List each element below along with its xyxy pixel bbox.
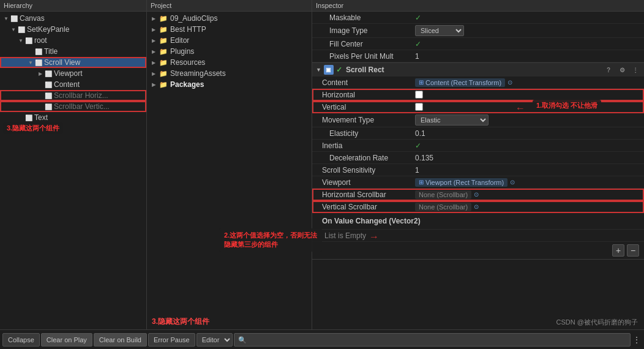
icon-scrollbar-horiz: ⬜ — [44, 91, 53, 100]
folder-plugins[interactable]: ▶ 📁 Plugins — [147, 46, 312, 57]
viewport-row: Viewport ⊞ Viewport (Rect Transform) ⊙ — [312, 176, 644, 189]
label-besthttp: Best HTTP — [170, 25, 206, 34]
image-section: Maskable ✓ Image Type Sliced — [312, 12, 644, 63]
horizontal-value — [415, 91, 639, 99]
tree-item-content[interactable]: ▶ ⬜ Content — [0, 79, 146, 90]
horizontal-checkbox[interactable] — [415, 91, 423, 99]
folder-besthttp[interactable]: ▶ 📁 Best HTTP — [147, 24, 312, 35]
pixels-label: Pixels Per Unit Mult — [317, 52, 415, 61]
list-empty-label: List is Empty — [324, 231, 366, 240]
pixels-value-text: 1 — [415, 52, 419, 61]
vert-scrollbar-end-link[interactable]: ⊙ — [474, 203, 479, 210]
error-pause-button[interactable]: Error Pause — [148, 333, 195, 347]
editor-dropdown[interactable]: Editor — [197, 333, 233, 347]
arrow-plugins: ▶ — [152, 49, 159, 54]
folder-packages[interactable]: ▶ 📁 Packages — [147, 79, 312, 90]
on-value-row: On Value Changed (Vector2) — [312, 213, 644, 230]
project-content: ▶ 📁 09_AudioClips ▶ 📁 Best HTTP ▶ 📁 Edit… — [147, 12, 312, 314]
vert-scrollbar-label: Vertical Scrollbar — [317, 203, 415, 211]
fill-center-label: Fill Center — [317, 40, 415, 48]
viewport-ref[interactable]: ⊞ Viewport (Rect Transform) — [415, 178, 507, 187]
scroll-sens-value: 1 — [415, 166, 639, 174]
label-scrollview: Scroll View — [44, 58, 80, 67]
tree-item-scrollview[interactable]: ▼ ⬜ Scroll View — [0, 57, 146, 68]
console-bar: Collapse Clear on Play Clear on Build Er… — [0, 329, 644, 349]
movement-value[interactable]: Elastic Clamped Unrestricted — [415, 114, 639, 126]
vertical-row: Vertical — [312, 101, 644, 113]
viewport-end-link[interactable]: ⊙ — [510, 179, 515, 186]
add-button[interactable]: + — [612, 244, 624, 257]
pixels-value: 1 — [415, 52, 639, 61]
label-setkeypanle: SetKeyPanle — [27, 25, 69, 34]
scroll-rect-help[interactable]: ? — [604, 65, 613, 75]
movement-dropdown[interactable]: Elastic Clamped Unrestricted — [415, 114, 489, 126]
label-viewport: Viewport — [54, 69, 82, 78]
tree-item-canvas[interactable]: ▼ ⬜ Canvas — [0, 13, 146, 24]
vert-scrollbar-row: Vertical Scrollbar None (Scrollbar) ⊙ — [312, 201, 644, 213]
tree-item-setkeypanle[interactable]: ▼ ⬜ SetKeyPanle — [0, 24, 146, 35]
inertia-label: Inertia — [317, 141, 415, 150]
folder-editor[interactable]: ▶ 📁 Editor — [147, 35, 312, 46]
label-content: Content — [54, 80, 80, 89]
clear-on-build-button[interactable]: Clear on Build — [94, 333, 147, 347]
maskable-label: Maskable — [317, 13, 415, 22]
scroll-rect-arrow: ▼ — [316, 67, 321, 73]
inertia-check: ✓ — [415, 141, 421, 150]
horiz-scrollbar-end-link[interactable]: ⊙ — [474, 191, 479, 198]
icon-title: ⬜ — [34, 47, 43, 56]
folder-audioclips[interactable]: ▶ 📁 09_AudioClips — [147, 13, 312, 24]
tree-item-viewport[interactable]: ▶ ⬜ Viewport — [0, 68, 146, 79]
folder-resources[interactable]: ▶ 📁 Resources — [147, 57, 312, 68]
scroll-rect-settings[interactable]: ⚙ — [617, 65, 627, 75]
decel-value-text: 0.135 — [415, 154, 433, 162]
collapse-button[interactable]: Collapse — [2, 333, 40, 347]
icon-setkeypanle: ⬜ — [17, 25, 26, 34]
tree-item-title[interactable]: ▶ ⬜ Title — [0, 46, 146, 57]
search-input[interactable] — [234, 333, 631, 347]
hierarchy-header: Hierarchy — [0, 0, 146, 12]
vertical-value — [415, 103, 639, 111]
decel-label: Deceleration Rate — [317, 154, 415, 162]
tree-item-text[interactable]: ▶ ⬜ Text — [0, 112, 146, 123]
label-plugins: Plugins — [170, 47, 194, 56]
image-type-dropdown[interactable]: Sliced — [415, 25, 464, 36]
console-menu-icon[interactable]: ⋮ — [632, 335, 642, 345]
image-type-value[interactable]: Sliced — [415, 25, 639, 36]
arrow-setkeypanle: ▼ — [10, 26, 17, 33]
elasticity-label: Elasticity — [317, 129, 415, 138]
remove-button[interactable]: − — [627, 244, 639, 257]
icon-text: ⬜ — [24, 113, 33, 122]
list-empty-row: List is Empty — [312, 230, 644, 242]
scroll-rect-menu[interactable]: ⋮ — [631, 65, 640, 75]
tree-item-scrollbar-horiz[interactable]: ▶ ⬜ Scrollbar Horiz... — [0, 90, 146, 101]
viewport-ref-text: Viewport (Rect Transform) — [425, 179, 504, 186]
content-end-link[interactable]: ⊙ — [507, 79, 512, 86]
viewport-ref-icon: ⊞ — [419, 179, 424, 186]
project-panel: Project ▶ 📁 09_AudioClips ▶ 📁 Best HTTP … — [147, 0, 312, 329]
vert-scrollbar-value: None (Scrollbar) ⊙ — [415, 203, 639, 211]
folder-streaming[interactable]: ▶ 📁 StreamingAssets — [147, 68, 312, 79]
vertical-checkbox[interactable] — [415, 103, 423, 111]
inspector-title: Inspector — [316, 2, 343, 9]
clear-on-play-button[interactable]: Clear on Play — [41, 333, 92, 347]
horiz-scrollbar-label: Horizontal Scrollbar — [317, 190, 415, 199]
inspector-content[interactable]: Maskable ✓ Image Type Sliced — [312, 12, 644, 329]
error-pause-label: Error Pause — [154, 336, 190, 343]
scroll-rect-section: ▼ ▣ ✓ Scroll Rect ? ⚙ ⋮ Content — [312, 63, 644, 260]
content-ref-text: Content (Rect Transform) — [425, 79, 501, 86]
tree-item-root[interactable]: ▼ ⬜ root — [0, 35, 146, 46]
icon-viewport: ⬜ — [44, 69, 53, 78]
label-scrollbar-vert: Scrollbar Vertic... — [54, 102, 110, 111]
icon-content: ⬜ — [44, 80, 53, 89]
content-label: Content — [317, 78, 415, 87]
content-ref[interactable]: ⊞ Content (Rect Transform) — [415, 78, 505, 87]
vert-scrollbar-ref[interactable]: None (Scrollbar) — [415, 203, 471, 211]
scroll-rect-check: ✓ — [336, 66, 342, 74]
horiz-scrollbar-ref[interactable]: None (Scrollbar) — [415, 190, 471, 199]
project-title: Project — [151, 2, 171, 9]
inspector-header: Inspector — [312, 0, 644, 12]
icon-resources: 📁 — [159, 59, 168, 67]
icon-editor: 📁 — [159, 37, 168, 45]
vertical-label: Vertical — [317, 103, 415, 111]
tree-item-scrollbar-vert[interactable]: ▶ ⬜ Scrollbar Vertic... — [0, 101, 146, 112]
